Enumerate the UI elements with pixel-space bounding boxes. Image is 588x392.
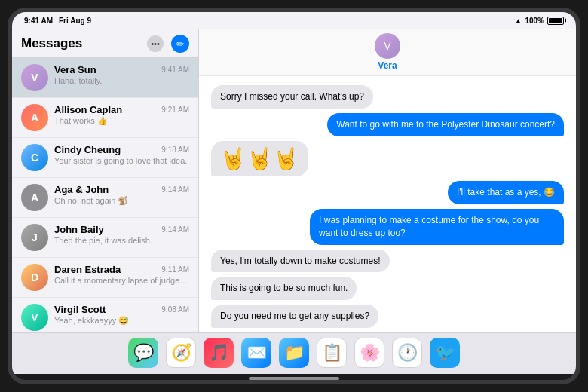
sidebar-header: Messages ••• ✏ [12,29,198,58]
conversation-item-aga-john[interactable]: A Aga & John 9:14 AM Oh no, not again 🐒 [12,178,198,218]
conv-time: 9:14 AM [161,225,189,234]
message-bubble: 🤘🤘🤘 [211,141,308,177]
conversation-list[interactable]: V Vera Sun 9:41 AM Haha, totally. A Alli… [12,58,198,332]
conv-name: Aga & John [54,184,109,195]
conv-time: 9:14 AM [161,185,189,194]
sidebar-icons: ••• ✏ [147,35,189,53]
conv-preview: Call it a momentary lapse of judgement..… [54,276,189,285]
app-content: Messages ••• ✏ V Vera Sun 9:41 AM Haha, … [12,29,576,332]
conv-preview: Your sister is going to love that idea. [54,156,189,165]
more-button[interactable]: ••• [147,35,164,52]
battery-fill [549,18,562,23]
avatar: C [21,144,48,171]
conv-name: John Baily [54,224,104,235]
dock-app-reminders[interactable]: 📋 [317,338,347,368]
dock: 💬🧭🎵✉️📁📋🌸🕐🐦 [12,332,576,374]
ipad-frame: 9:41 AM Fri Aug 9 ▲ 100% Messages ••• ✏ [8,8,580,384]
conv-info: Daren Estrada 9:11 AM Call it a momentar… [54,264,189,285]
conv-preview: Yeah, ekkkaayyy 😅 [54,316,189,326]
conv-preview: Haha, totally. [54,76,189,85]
message-bubble: Want to go with me to the Polyester Dino… [327,113,564,136]
message-bubble: I'll take that as a yes, 😂 [448,181,564,204]
conv-name: Virgil Scott [54,304,106,315]
avatar: V [21,304,48,331]
conv-preview: Oh no, not again 🐒 [54,196,189,206]
dock-app-twitter[interactable]: 🐦 [430,338,460,368]
avatar: A [21,184,48,211]
conv-time: 9:11 AM [161,265,189,274]
conv-name-row: Vera Sun 9:41 AM [54,64,189,75]
conv-name-row: Aga & John 9:14 AM [54,184,189,195]
compose-button[interactable]: ✏ [171,35,189,53]
avatar: J [21,224,48,251]
wifi-icon: ▲ [515,17,522,25]
chat-contact-name[interactable]: Vera [378,60,397,71]
dock-app-mail[interactable]: ✉️ [241,338,271,368]
message-bubble: I was planning to make a costume for the… [310,209,564,245]
battery-percent: 100% [525,17,544,25]
message-row: Do you need me to get any supplies? [211,305,564,328]
conv-name-row: Virgil Scott 9:08 AM [54,304,189,315]
messages-sidebar: Messages ••• ✏ V Vera Sun 9:41 AM Haha, … [12,29,199,332]
message-bubble: This is going to be so much fun. [211,277,357,300]
message-bubble: Do you need me to get any supplies? [211,305,378,328]
dock-app-clock[interactable]: 🕐 [392,338,422,368]
conv-info: Aga & John 9:14 AM Oh no, not again 🐒 [54,184,189,206]
chat-area: V Vera Sorry I missed your call. What's … [199,29,576,332]
avatar: A [21,104,48,131]
status-left: 9:41 AM Fri Aug 9 [24,17,91,25]
conv-info: Vera Sun 9:41 AM Haha, totally. [54,64,189,85]
conv-time: 9:08 AM [161,305,189,314]
status-day: Fri Aug 9 [59,17,91,25]
conversation-item-virgil[interactable]: V Virgil Scott 9:08 AM Yeah, ekkkaayyy 😅 [12,298,198,332]
avatar: V [21,64,48,91]
conv-time: 9:18 AM [161,145,189,154]
dock-app-safari[interactable]: 🧭 [166,338,196,368]
conversation-item-cindy[interactable]: C Cindy Cheung 9:18 AM Your sister is go… [12,138,198,178]
conv-time: 9:21 AM [161,106,189,114]
conversation-item-daren[interactable]: D Daren Estrada 9:11 AM Call it a moment… [12,258,198,298]
conv-info: John Baily 9:14 AM Tried the pie, it was… [54,224,189,245]
conv-time: 9:41 AM [161,66,189,74]
dock-app-photos[interactable]: 🌸 [354,338,384,368]
message-row: I'll take that as a yes, 😂 [211,181,564,204]
conversation-item-vera[interactable]: V Vera Sun 9:41 AM Haha, totally. [12,58,198,98]
dock-app-messages[interactable]: 💬 [128,338,158,368]
chat-header-avatar: V [375,33,400,59]
messages-container: Sorry I missed your call. What's up?Want… [199,76,576,332]
dock-app-music[interactable]: 🎵 [204,338,234,368]
conv-info: Virgil Scott 9:08 AM Yeah, ekkkaayyy 😅 [54,304,189,326]
conv-name: Allison Caplan [54,104,122,115]
conv-name: Vera Sun [54,64,96,75]
conv-preview: That works 👍 [54,116,189,126]
message-row: Want to go with me to the Polyester Dino… [211,113,564,136]
status-time: 9:41 AM [24,17,53,25]
message-bubble: Sorry I missed your call. What's up? [211,85,373,109]
conv-name-row: Daren Estrada 9:11 AM [54,264,189,275]
conv-name-row: Allison Caplan 9:21 AM [54,104,189,115]
message-row: I was planning to make a costume for the… [211,209,564,245]
dock-app-files[interactable]: 📁 [279,338,309,368]
conv-info: Allison Caplan 9:21 AM That works 👍 [54,104,189,126]
conv-info: Cindy Cheung 9:18 AM Your sister is goin… [54,144,189,165]
conv-name-row: Cindy Cheung 9:18 AM [54,144,189,155]
battery-icon [547,17,564,25]
message-row: This is going to be so much fun. [211,277,564,300]
conversation-item-john[interactable]: J John Baily 9:14 AM Tried the pie, it w… [12,218,198,258]
conv-name-row: John Baily 9:14 AM [54,224,189,235]
message-row: Sorry I missed your call. What's up? [211,85,564,109]
sidebar-title: Messages [21,36,82,51]
message-bubble: Yes, I'm totally down to make costumes! [211,250,390,273]
avatar: D [21,264,48,291]
message-row: Yes, I'm totally down to make costumes! [211,250,564,273]
conv-preview: Tried the pie, it was delish. [54,236,189,245]
message-row: 🤘🤘🤘 [211,141,564,177]
conversation-item-allison[interactable]: A Allison Caplan 9:21 AM That works 👍 [12,98,198,138]
status-right: ▲ 100% [515,17,564,25]
home-indicator [249,377,339,380]
status-bar: 9:41 AM Fri Aug 9 ▲ 100% [12,12,576,29]
battery-tip [565,19,566,23]
chat-header: V Vera [199,29,576,76]
conv-name: Cindy Cheung [54,144,121,155]
conv-name: Daren Estrada [54,264,121,275]
